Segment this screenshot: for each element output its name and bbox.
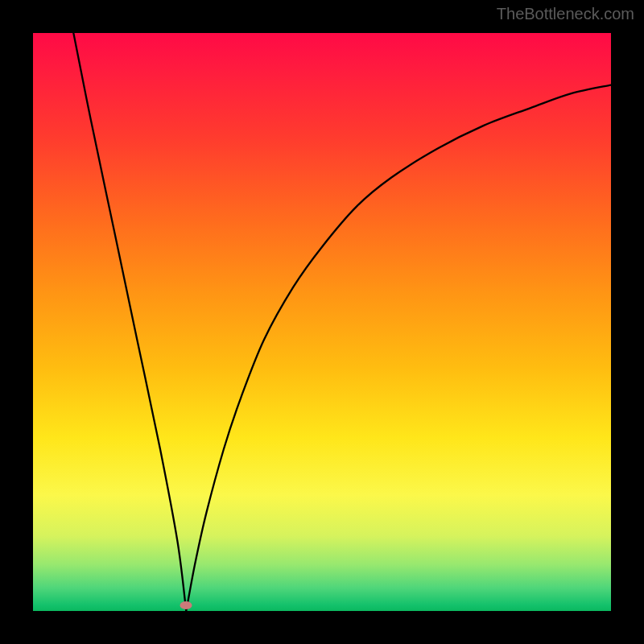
curve-line — [73, 33, 611, 611]
min-marker-dot — [180, 601, 192, 609]
bottleneck-curve — [33, 33, 611, 611]
plot-area — [33, 33, 611, 611]
watermark-text: TheBottleneck.com — [497, 5, 634, 23]
chart-container: TheBottleneck.com — [0, 0, 644, 644]
